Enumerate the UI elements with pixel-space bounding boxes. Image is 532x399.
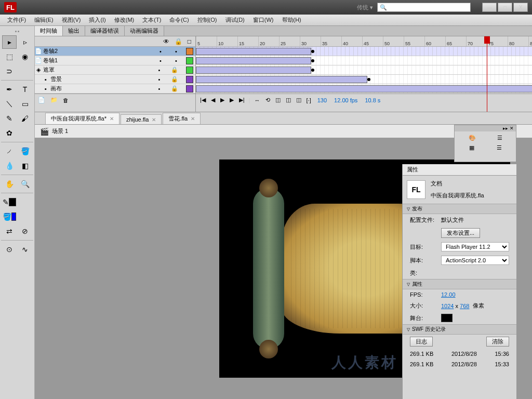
scene-name[interactable]: 场景 1 xyxy=(52,127,68,135)
no-color[interactable]: ⊘ xyxy=(18,224,32,238)
line-tool[interactable]: ＼ xyxy=(2,97,17,111)
close-icon[interactable]: ✕ xyxy=(152,117,156,123)
clear-button[interactable]: 清除 xyxy=(486,337,509,347)
menu-modify[interactable]: 修改(M) xyxy=(110,15,139,25)
text-tool[interactable]: T xyxy=(18,83,32,96)
frame-row[interactable] xyxy=(196,47,532,56)
loop-button[interactable]: ⟲ xyxy=(264,97,271,103)
subselection-tool[interactable]: ▹ xyxy=(18,35,32,49)
close-icon[interactable]: ✕ xyxy=(110,116,114,122)
frame-row[interactable] xyxy=(196,65,532,75)
eraser-tool[interactable]: ◧ xyxy=(18,159,32,172)
width-value[interactable]: 1024 xyxy=(441,303,454,309)
menu-control[interactable]: 控制(O) xyxy=(193,15,221,25)
delete-layer-button[interactable]: 🗑 xyxy=(63,97,69,103)
frame-row[interactable] xyxy=(196,56,532,65)
center-frame-button[interactable]: ↔ xyxy=(254,97,261,103)
zoom-tool[interactable]: 🔍 xyxy=(18,177,32,191)
menu-file[interactable]: 文件(F) xyxy=(3,15,30,25)
layer-row[interactable]: ▪画布•🔒 xyxy=(35,84,195,94)
layer-row[interactable]: 📄卷轴1•• xyxy=(35,56,195,65)
tab-timeline[interactable]: 时间轴 xyxy=(35,26,63,36)
smooth-tool[interactable]: ∿ xyxy=(18,243,32,256)
menu-help[interactable]: 帮助(H) xyxy=(278,15,305,25)
outline-icon[interactable]: □ xyxy=(188,38,191,45)
edit-multiple-button[interactable]: ◫ xyxy=(295,97,302,103)
minimize-button[interactable]: — xyxy=(482,3,497,12)
fps-value[interactable]: 12.00 xyxy=(441,291,456,298)
menu-commands[interactable]: 命令(C) xyxy=(165,15,193,25)
tab-compiler-errors[interactable]: 编译器错误 xyxy=(85,26,125,36)
new-folder-button[interactable]: 📁 xyxy=(50,97,58,103)
markers-button[interactable]: [·] xyxy=(305,97,312,103)
frames-ruler[interactable]: 5101520253035404550556065707580859095100… xyxy=(196,36,532,47)
menu-debug[interactable]: 调试(D) xyxy=(221,15,249,25)
pencil-tool[interactable]: ✎ xyxy=(2,112,17,125)
bone-tool[interactable]: ⟋ xyxy=(2,144,17,158)
color-menu-icon[interactable]: ☰ xyxy=(497,135,502,141)
log-button[interactable]: 日志 xyxy=(410,337,433,347)
paint-bucket-tool[interactable]: 🪣 xyxy=(18,144,32,158)
frames-column[interactable]: 5101520253035404550556065707580859095100… xyxy=(196,36,532,112)
onion-outline-button[interactable]: ◫ xyxy=(285,97,292,103)
maximize-button[interactable]: □ xyxy=(498,3,512,12)
hand-tool[interactable]: ✋ xyxy=(2,177,17,191)
swap-colors[interactable]: ⇄ xyxy=(2,224,17,238)
3d-rotation-tool[interactable]: ◉ xyxy=(18,50,32,63)
lock-icon[interactable]: 🔒 xyxy=(175,38,182,45)
script-select[interactable]: ActionScript 2.0 xyxy=(441,256,509,265)
stage-color-swatch[interactable] xyxy=(441,314,453,322)
publish-section[interactable]: 发布 xyxy=(403,204,516,214)
height-value[interactable]: 768 xyxy=(460,303,469,309)
selection-tool[interactable]: ▸ xyxy=(2,35,17,49)
next-frame-button[interactable]: ▶ xyxy=(229,97,235,103)
search-input[interactable]: 🔍 xyxy=(377,3,471,12)
stroke-color[interactable]: ✎ xyxy=(2,195,17,209)
swatches-list-icon[interactable]: ☰ xyxy=(497,144,502,151)
menu-window[interactable]: 窗口(W) xyxy=(249,15,278,25)
menu-edit[interactable]: 编辑(E) xyxy=(30,15,58,25)
swf-history-section[interactable]: SWF 历史记录 xyxy=(403,324,516,335)
prev-frame-button[interactable]: ◀ xyxy=(210,97,216,103)
play-button[interactable]: ▶ xyxy=(219,97,225,103)
new-layer-button[interactable]: 📄 xyxy=(38,97,45,103)
attributes-section[interactable]: 属性 xyxy=(403,279,516,289)
playhead[interactable] xyxy=(487,36,487,112)
eye-icon[interactable]: 👁 xyxy=(163,38,169,45)
close-button[interactable]: X xyxy=(513,3,528,12)
tab-motion-editor[interactable]: 动画编辑器 xyxy=(125,26,164,36)
swatches-grid-icon[interactable]: ▦ xyxy=(469,144,474,151)
brush-tool[interactable]: 🖌 xyxy=(18,112,32,125)
floating-color-panel[interactable]: ▸▸ ✕ 🎨 ☰ ▦ ☰ xyxy=(454,125,516,162)
menu-view[interactable]: 视图(V) xyxy=(58,15,85,25)
rectangle-tool[interactable]: ▭ xyxy=(18,97,32,111)
frame-row[interactable] xyxy=(196,75,532,84)
close-icon[interactable]: ✕ xyxy=(191,116,195,122)
publish-settings-button[interactable]: 发布设置... xyxy=(441,228,480,238)
onion-skin-button[interactable]: ◫ xyxy=(274,97,282,103)
layer-row[interactable]: 📄卷轴2•• xyxy=(35,47,195,56)
deco-tool[interactable]: ✿ xyxy=(2,126,17,140)
pen-tool[interactable]: ✒ xyxy=(2,83,17,96)
target-select[interactable]: Flash Player 11.2 xyxy=(441,242,509,251)
tab-output[interactable]: 输出 xyxy=(63,26,85,36)
properties-tab[interactable]: 属性 xyxy=(403,164,516,176)
layer-row[interactable]: ◈遮罩•🔒 xyxy=(35,65,195,75)
fill-color[interactable]: 🪣 xyxy=(2,210,17,223)
frame-row[interactable] xyxy=(196,84,532,94)
doc-tab[interactable]: zhijue.fla✕ xyxy=(121,114,162,124)
color-palette-icon[interactable]: 🎨 xyxy=(469,135,476,141)
layer-row[interactable]: ▪雪景•🔒 xyxy=(35,75,195,84)
first-frame-button[interactable]: |◀ xyxy=(199,97,207,103)
free-transform-tool[interactable]: ⬚ xyxy=(2,50,17,63)
lasso-tool[interactable]: ⊃ xyxy=(2,64,17,78)
menu-text[interactable]: 文本(T) xyxy=(138,15,165,25)
menu-insert[interactable]: 插入(I) xyxy=(85,15,110,25)
workspace-switcher[interactable]: 传统 ▾ xyxy=(357,4,373,11)
panel-grip[interactable]: ▸▸ ✕ xyxy=(455,125,516,131)
snap-tool[interactable]: ⊙ xyxy=(2,243,17,256)
eyedropper-tool[interactable]: 💧 xyxy=(2,159,17,172)
doc-tab[interactable]: 中医自我调理系统.fla*✕ xyxy=(45,113,119,124)
last-frame-button[interactable]: ▶| xyxy=(238,97,246,103)
doc-tab[interactable]: 雪花.fla✕ xyxy=(163,113,201,124)
